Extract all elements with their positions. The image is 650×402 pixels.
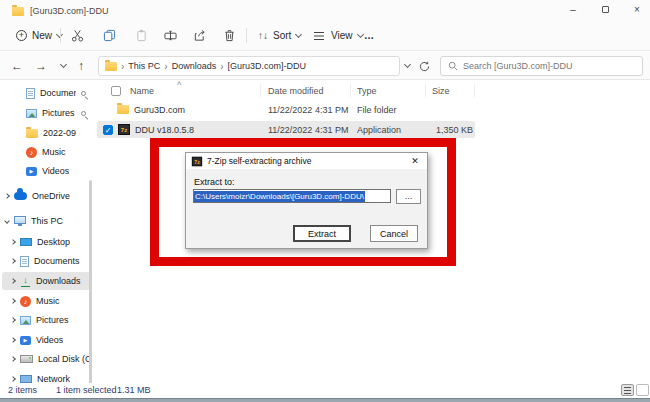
- search-box[interactable]: [440, 56, 643, 76]
- sidebar-item-videos-quick[interactable]: ▶ Videos: [2, 162, 90, 180]
- toolbar: + New ↑↓ Sort: [0, 20, 650, 51]
- maximize-button[interactable]: [590, 0, 620, 19]
- explorer-tab[interactable]: [Guru3D.com]-DDU: [4, 2, 117, 20]
- chevron-down-icon: [59, 61, 66, 68]
- checked-checkbox-icon[interactable]: ✓: [103, 125, 113, 135]
- chevron-right-icon: [10, 376, 16, 382]
- browse-button[interactable]: ...: [396, 189, 421, 204]
- 7zip-sfx-dialog: 7z 7-Zip self-extracting archive ✕ Extra…: [185, 152, 428, 249]
- file-row-ddu-selected[interactable]: ✓ 7z DDU v18.0.5.8 11/22/2022 4:31 PM Ap…: [97, 120, 475, 139]
- file-date: 11/22/2022 4:31 PM: [268, 100, 348, 119]
- select-all-checkbox[interactable]: [111, 86, 121, 96]
- breadcrumb-downloads[interactable]: Downloads: [172, 61, 217, 71]
- details-view-toggle[interactable]: [621, 384, 634, 396]
- hard-drive-icon: [20, 355, 33, 363]
- sort-label: Sort: [273, 30, 291, 41]
- chevron-right-icon: [10, 298, 16, 304]
- toolbar-separator: [60, 28, 61, 43]
- refresh-button[interactable]: [414, 56, 434, 76]
- network-icon: [20, 375, 32, 383]
- breadcrumb-this-pc[interactable]: This PC: [128, 61, 160, 71]
- sidebar-item-onedrive[interactable]: OneDrive: [2, 187, 90, 205]
- pin-icon: [81, 91, 86, 96]
- close-button[interactable]: ×: [622, 0, 650, 19]
- video-icon: ▶: [26, 167, 37, 176]
- rename-button[interactable]: [157, 24, 184, 47]
- item-count: 2 items: [8, 385, 37, 395]
- up-button[interactable]: ↑: [70, 55, 92, 77]
- video-icon: ▶: [20, 336, 31, 345]
- dialog-close-button[interactable]: ✕: [408, 156, 422, 166]
- status-bar: 2 items 1 item selected 1.31 MB: [0, 383, 650, 398]
- view-label: View: [331, 30, 353, 41]
- chevron-right-icon: [4, 193, 10, 199]
- share-button[interactable]: [186, 24, 213, 47]
- column-header-size[interactable]: Size: [432, 86, 450, 96]
- file-name: DDU v18.0.5.8: [135, 125, 194, 135]
- minimize-button[interactable]: –: [558, 0, 588, 19]
- dialog-title: 7-Zip self-extracting archive: [207, 156, 311, 166]
- file-type: Application: [357, 120, 401, 139]
- sidebar-item-pictures-pinned[interactable]: Pictures: [2, 104, 90, 122]
- column-header-name[interactable]: Name: [130, 86, 154, 96]
- sidebar-item-documents-pinned[interactable]: Documents: [2, 84, 90, 102]
- chevron-right-icon: [10, 356, 16, 362]
- sidebar-item-this-pc[interactable]: This PC: [2, 212, 90, 230]
- music-icon: ♪: [20, 296, 31, 307]
- cut-button[interactable]: [64, 24, 91, 47]
- rename-icon: [163, 28, 178, 43]
- sidebar-item-desktop[interactable]: Desktop: [2, 233, 90, 251]
- sidebar-item-local-disk-c[interactable]: Local Disk (C:): [2, 350, 90, 368]
- share-icon: [192, 28, 207, 43]
- sort-button[interactable]: ↑↓ Sort: [252, 24, 307, 47]
- sidebar-item-downloads[interactable]: ↓ Downloads: [2, 272, 90, 290]
- monitor-icon: [14, 216, 26, 224]
- file-date: 11/22/2022 4:31 PM: [268, 120, 348, 139]
- cut-icon: [70, 28, 85, 43]
- picture-icon: [26, 109, 37, 118]
- copy-button[interactable]: [96, 24, 123, 47]
- paste-button[interactable]: [128, 24, 155, 47]
- column-header-type[interactable]: Type: [357, 86, 377, 96]
- address-bar[interactable]: › This PC › Downloads › [Guru3D.com]-DDU: [98, 56, 400, 76]
- selection-count: 1 item selected: [56, 385, 117, 395]
- navigation-bar: ← → ↑ › This PC › Downloads › [Guru3D.co…: [0, 51, 650, 80]
- file-row-guru3d-folder[interactable]: Guru3D.com 11/22/2022 4:31 PM File folde…: [97, 100, 475, 119]
- extract-button[interactable]: Extract: [293, 225, 351, 242]
- extract-path-field[interactable]: C:\Users\moizr\Downloads\[Guru3D.com]-DD…: [193, 189, 391, 203]
- chevron-right-icon: [10, 317, 16, 323]
- pin-icon: [81, 111, 86, 116]
- column-header-date-modified[interactable]: Date modified: [268, 86, 324, 96]
- back-button[interactable]: ←: [6, 55, 28, 77]
- sidebar-item-music-quick[interactable]: ♪ Music: [2, 143, 90, 161]
- search-icon: [448, 61, 458, 71]
- window-title: [Guru3D.com]-DDU: [30, 6, 109, 16]
- 7z-icon: 7z: [192, 156, 202, 165]
- see-more-button[interactable]: …: [358, 24, 380, 47]
- dialog-titlebar[interactable]: 7z 7-Zip self-extracting archive ✕: [186, 153, 427, 169]
- breadcrumb-separator: ›: [164, 61, 167, 72]
- sidebar-item-documents[interactable]: Documents: [2, 252, 90, 270]
- chevron-right-icon: [10, 278, 16, 284]
- file-size: 1,350 KB: [397, 120, 473, 139]
- sidebar-item-videos[interactable]: ▶ Videos: [2, 331, 90, 349]
- column-headers: Name ^ Date modified Type Size: [97, 82, 475, 99]
- sidebar-item-pictures[interactable]: Pictures: [2, 311, 90, 329]
- breadcrumb-separator: ›: [121, 61, 124, 72]
- breadcrumb-current-folder[interactable]: [Guru3D.com]-DDU: [228, 61, 307, 71]
- cancel-button[interactable]: Cancel: [370, 225, 418, 242]
- file-name: Guru3D.com: [134, 105, 185, 115]
- taskbar-edge: [0, 398, 650, 402]
- delete-button[interactable]: [216, 24, 243, 47]
- address-dropdown-button[interactable]: [399, 56, 415, 76]
- ellipsis-icon: …: [364, 30, 374, 41]
- document-icon: [20, 256, 29, 267]
- folder-icon: [105, 62, 117, 71]
- view-icon: [311, 28, 326, 43]
- sidebar-item-2022-09[interactable]: 2022-09: [2, 124, 90, 142]
- sidebar-item-music[interactable]: ♪ Music: [2, 292, 90, 310]
- search-input[interactable]: [463, 61, 623, 71]
- forward-button[interactable]: →: [30, 55, 52, 77]
- thumbnail-view-toggle[interactable]: [636, 384, 649, 396]
- sidebar-scrollbar[interactable]: [89, 180, 92, 402]
